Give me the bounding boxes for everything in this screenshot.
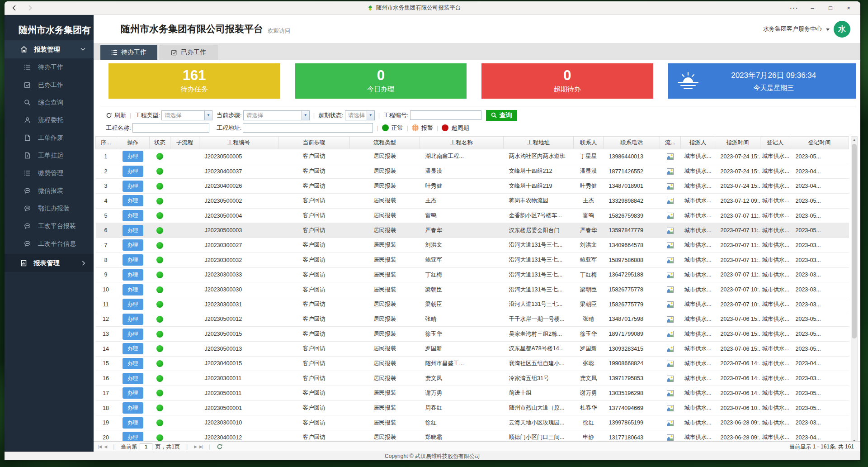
sidebar-item-delegate[interactable]: 流程委托 [5,111,94,129]
flow-chart-icon[interactable] [667,361,674,367]
table-row[interactable]: 14办理J20230500013客户回访居民报装罗国新汉东星都A78号楼14..… [96,341,849,356]
col-header-assigner[interactable]: 指派人 [681,137,715,149]
prev-page-icon[interactable]: ◀ [104,444,107,449]
flow-chart-icon[interactable] [667,183,674,190]
search-button[interactable]: 查询 [486,110,517,121]
project-type-select[interactable]: 请选择 ▼ [161,110,212,120]
table-scrollbar[interactable]: ▲ ▼ [851,136,858,441]
col-header-phone[interactable]: 联系电话 [604,137,660,149]
flow-chart-icon[interactable] [667,434,674,441]
table-row[interactable]: 12办理J20230500012客户回访居民报装张晴千千水岸一期一号楼...张晴… [96,312,849,327]
col-header-assign_time[interactable]: 指派时间 [715,137,760,149]
sidebar-item-gonggai-report[interactable]: 工改平台报装 [5,217,94,235]
table-row[interactable]: 9办理J20230300033客户回访居民报装丁红梅沿河大道131号三七...丁… [96,267,849,282]
project-name-input[interactable] [132,123,209,133]
handle-button[interactable]: 办理 [123,387,143,399]
handle-button[interactable]: 办理 [123,402,143,414]
table-row[interactable]: 1办理J20230500005客户回访居民报装湖北南鑫工程...两水沟社区内两水… [96,149,849,164]
tab-done-work[interactable]: 已办工作 [160,45,217,60]
col-header-code[interactable]: 工程编号 [199,137,278,149]
table-row[interactable]: 16办理J20230300011客户回访居民报装龚文凤冷家湾五组31号龚文凤13… [96,371,849,386]
flow-chart-icon[interactable] [667,420,674,426]
sidebar-item-void-order[interactable]: 工单作废 [5,129,94,147]
sidebar-item-suspend-order[interactable]: 工单挂起 [5,147,94,164]
sidebar-item-ehuiban[interactable]: 鄂汇办报装 [5,200,94,217]
handle-button[interactable]: 办理 [123,284,143,295]
flow-chart-icon[interactable] [667,242,674,248]
scroll-down-icon[interactable]: ▼ [853,438,856,441]
table-row[interactable]: 5办理J20230500004客户回访居民报装雷鸣金香韵小区7号楼车...雷鸣1… [96,208,849,223]
handle-button[interactable]: 办理 [123,269,143,281]
table-row[interactable]: 19办理J20230300010客户回访居民报装徐红云海天地小区玫瑰园...徐红… [96,415,849,430]
minimize-icon[interactable]: – [803,2,821,14]
card-overdue[interactable]: 0 超期待办 [481,63,653,99]
flow-chart-icon[interactable] [667,316,674,323]
col-header-flowicon[interactable]: 流... [660,137,681,149]
first-page-icon[interactable]: |◀ [98,444,101,449]
table-row[interactable]: 17办理J20230500011客户回访居民报装谢万勇前进十组谢万勇130351… [96,386,849,401]
handle-button[interactable]: 办理 [123,239,143,251]
table-row[interactable]: 2办理J20230400037客户回访居民报装潘显漠文峰塔十四组212潘显漠18… [96,164,849,179]
handle-button[interactable]: 办理 [123,254,143,266]
sidebar-item-search[interactable]: 综合查询 [5,94,94,111]
page-number-input[interactable] [140,443,152,450]
handle-button[interactable]: 办理 [123,181,143,192]
sidebar-item-wechat[interactable]: 微信报装 [5,182,94,200]
sidebar-item-payment[interactable]: 缴费管理 [5,164,94,182]
flow-chart-icon[interactable] [667,168,674,175]
next-page-icon[interactable]: ▶ [194,444,197,449]
flow-chart-icon[interactable] [667,213,674,219]
current-step-select[interactable]: 请选择 ▼ [243,110,310,120]
flow-chart-icon[interactable] [667,376,674,382]
flow-chart-icon[interactable] [667,405,674,411]
table-row[interactable]: 15办理J20230400015客户回访居民报装随州市昌盛工...襄湾社区五组自… [96,356,849,371]
table-row[interactable]: 13办理J20230500015客户回访居民报装徐玉华吴家老湾村三组2栋...徐… [96,327,849,342]
handle-button[interactable]: 办理 [123,432,143,441]
flow-chart-icon[interactable] [667,286,674,293]
project-code-input[interactable] [410,110,481,120]
flow-chart-icon[interactable] [667,301,674,308]
table-row[interactable]: 3办理J20230400026客户回访居民报装叶秀健文峰塔十四组219叶秀健13… [96,179,849,194]
handle-button[interactable]: 办理 [123,314,143,325]
table-row[interactable]: 8办理J20230300032客户回访居民报装鲍亚军沿河大道131号三七...鲍… [96,253,849,267]
col-header-addr[interactable]: 工程地址 [504,137,574,149]
reload-grid-icon[interactable] [217,443,223,450]
table-row[interactable]: 18办理J20230500001客户回访居民报装周春红随州市烈山大道（原...杜… [96,400,849,415]
handle-button[interactable]: 办理 [123,343,143,354]
sidebar-item-done-work[interactable]: 已办工作 [5,76,94,94]
handle-button[interactable]: 办理 [123,166,143,177]
more-options-icon[interactable]: ··· [785,2,803,14]
handle-button[interactable]: 办理 [123,299,143,310]
scroll-up-icon[interactable]: ▲ [853,137,856,143]
col-header-status[interactable]: 状态 [150,137,170,149]
table-row[interactable]: 10办理J20230300030客户回访居民报装梁朝臣沿河大道131号三七...… [96,282,849,297]
col-header-sub[interactable]: 子流程 [170,137,199,149]
handle-button[interactable]: 办理 [123,151,143,162]
flow-chart-icon[interactable] [667,346,674,352]
card-today-handled[interactable]: 0 今日办理 [295,63,467,99]
table-row[interactable]: 7办理J20230300027客户回访居民报装刘洪文沿河大道131号三七...刘… [96,238,849,253]
col-header-registrar[interactable]: 登记人 [760,137,790,149]
sidebar-group-baozhuang[interactable]: 报装管理 [5,40,94,58]
scrollbar-thumb[interactable] [852,144,857,338]
caret-down-icon[interactable] [826,29,830,31]
flow-chart-icon[interactable] [667,331,674,337]
flow-chart-icon[interactable] [667,228,674,234]
flow-chart-icon[interactable] [667,390,674,396]
handle-button[interactable]: 办理 [123,225,143,236]
back-icon[interactable] [11,5,18,11]
close-icon[interactable]: × [840,2,858,14]
handle-button[interactable]: 办理 [123,358,143,369]
overdue-status-select[interactable]: 请选择 ▼ [345,110,375,120]
project-addr-input[interactable] [243,123,373,133]
card-todo-tasks[interactable]: 161 待办任务 [108,63,280,99]
table-row[interactable]: 4办理J20230500002客户回访居民报装王杰蒋岗丰农物流园王杰133298… [96,194,849,209]
handle-button[interactable]: 办理 [123,329,143,340]
flow-chart-icon[interactable] [667,153,674,160]
handle-button[interactable]: 办理 [123,195,143,206]
flow-chart-icon[interactable] [667,272,674,278]
forward-icon[interactable] [27,5,33,11]
sidebar-item-todo-work[interactable]: 待办工作 [5,58,94,76]
col-header-seq[interactable]: 序... [96,137,116,149]
col-header-contact[interactable]: 联系人 [574,137,604,149]
